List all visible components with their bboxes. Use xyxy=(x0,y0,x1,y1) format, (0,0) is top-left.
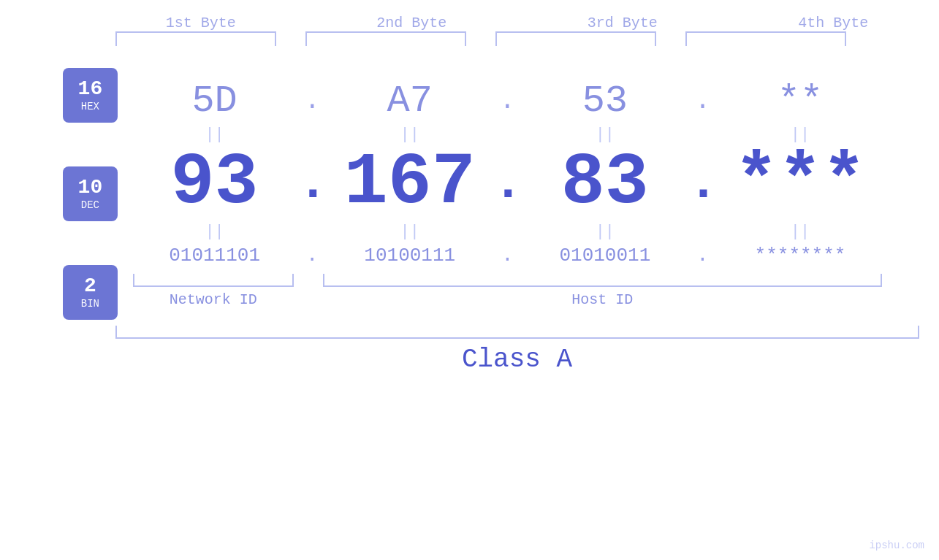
byte2-header: 2nd Byte xyxy=(331,15,492,31)
bin-val-4: ******** xyxy=(720,245,881,266)
dot-dec-1: . xyxy=(297,155,327,212)
byte-headers: 1st Byte 2nd Byte 3rd Byte 4th Byte xyxy=(115,15,919,31)
equals-row-2: || || || || xyxy=(133,223,882,241)
dec-val-1: 93 xyxy=(134,147,295,220)
bracket-top-3 xyxy=(495,31,656,46)
bracket-bottom-host xyxy=(323,274,882,287)
watermark: ipshu.com xyxy=(869,540,924,551)
content-wrapper: 16 HEX 10 DEC 2 BIN 5D . A7 . 53 . ** xyxy=(47,61,892,320)
class-bracket xyxy=(115,326,919,339)
class-label: Class A xyxy=(115,345,919,375)
bin-val-1: 01011101 xyxy=(134,245,295,266)
badge-column: 16 HEX 10 DEC 2 BIN xyxy=(47,61,133,320)
network-id-label: Network ID xyxy=(133,291,294,308)
bracket-top-2 xyxy=(305,31,466,46)
eq2-2: || xyxy=(330,223,490,241)
hex-row: 5D . A7 . 53 . ** xyxy=(133,72,882,126)
bracket-top-4 xyxy=(685,31,846,46)
values-area: 5D . A7 . 53 . ** || || || || 93 xyxy=(133,72,892,308)
hex-val-2: A7 xyxy=(330,80,490,123)
byte1-header: 1st Byte xyxy=(121,15,281,31)
labels-row: Network ID Host ID xyxy=(133,291,882,308)
hex-val-1: 5D xyxy=(134,80,295,123)
byte3-header: 3rd Byte xyxy=(542,15,703,31)
hex-badge: 16 HEX xyxy=(63,68,118,123)
dec-val-4: *** xyxy=(720,147,881,220)
bracket-top-1 xyxy=(115,31,276,46)
dot-3: . xyxy=(688,86,717,116)
bin-val-2: 10100111 xyxy=(330,245,490,266)
dot-bin-1: . xyxy=(297,244,327,266)
dot-bin-2: . xyxy=(493,244,522,266)
dec-val-3: 83 xyxy=(525,147,685,220)
bin-badge: 2 BIN xyxy=(63,265,118,320)
hex-val-4: ** xyxy=(720,80,881,123)
bottom-brackets xyxy=(133,274,882,287)
dot-dec-2: . xyxy=(493,155,522,212)
eq2-3: || xyxy=(525,223,685,241)
dec-badge: 10 DEC xyxy=(63,166,118,221)
top-brackets xyxy=(115,31,919,46)
class-section: Class A xyxy=(115,326,919,375)
hex-val-3: 53 xyxy=(525,80,685,123)
dot-dec-3: . xyxy=(688,155,717,212)
main-container: 1st Byte 2nd Byte 3rd Byte 4th Byte 16 H… xyxy=(0,0,939,560)
bin-val-3: 01010011 xyxy=(525,245,685,266)
dot-1: . xyxy=(297,86,327,116)
byte4-header: 4th Byte xyxy=(753,15,913,31)
eq2-4: || xyxy=(720,223,881,241)
host-id-label: Host ID xyxy=(323,291,882,308)
dec-val-2: 167 xyxy=(330,147,490,220)
dot-2: . xyxy=(493,86,522,116)
dec-row: 93 . 167 . 83 . *** xyxy=(133,144,882,223)
bin-row: 01011101 . 10100111 . 01010011 . *******… xyxy=(133,241,882,271)
dot-bin-3: . xyxy=(688,244,717,266)
bracket-bottom-network xyxy=(133,274,294,287)
eq2-1: || xyxy=(134,223,295,241)
